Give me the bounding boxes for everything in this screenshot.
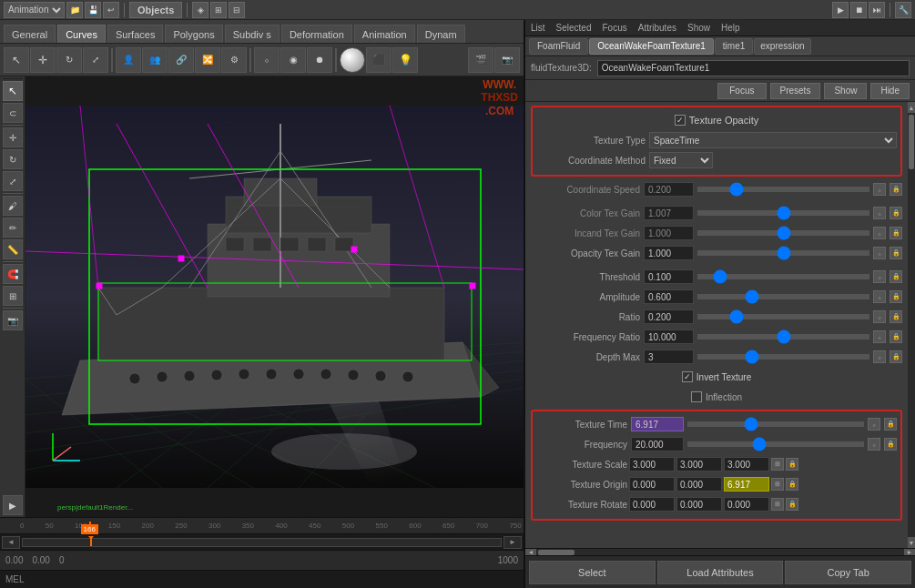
tool-scale[interactable]: ⤢ [83,47,108,73]
frequency-slider[interactable] [687,441,864,447]
scroll-down-arrow[interactable]: ▼ [908,537,915,548]
texture-rotate-x[interactable] [629,497,675,512]
move-tool[interactable]: ✛ [3,127,23,147]
ratio-slider[interactable] [697,314,869,319]
mode-selector[interactable]: Animation [4,2,65,18]
scroll-thumb[interactable] [909,115,914,169]
opacity-tex-gain-icon[interactable]: ⬦ [873,247,886,259]
scroll-up-arrow[interactable]: ▲ [908,102,915,113]
depth-max-slider[interactable] [697,354,869,360]
toolbar-icon-5[interactable]: ⊞ [210,2,227,18]
tab-general[interactable]: General [4,25,56,43]
texture-scale-y[interactable] [676,457,722,471]
texture-scale-x[interactable] [629,457,675,471]
opacity-tex-gain-lock[interactable]: 🔒 [890,247,902,259]
frequency-icon[interactable]: ⬦ [868,438,880,451]
tab-deformation[interactable]: Deformation [281,25,352,43]
paint-tool[interactable]: 🖌 [3,196,23,216]
freq-ratio-lock[interactable]: 🔒 [890,330,902,343]
tool-7[interactable]: ⚙ [221,47,247,73]
texture-origin-y[interactable] [676,477,722,492]
toolbar-icon-10[interactable]: 🔧 [895,2,911,18]
texture-time-icon[interactable]: ⬦ [868,418,880,431]
menu-selected[interactable]: Selected [556,23,592,33]
ratio-icon[interactable]: ⬦ [873,310,886,323]
sphere-icon[interactable] [340,47,365,73]
amplitude-slider[interactable] [697,294,869,299]
tool-anim-3[interactable]: ⏺ [307,47,332,73]
texture-origin-x[interactable] [629,477,675,492]
measure-tool[interactable]: 📏 [3,239,23,259]
coordinate-method-select[interactable]: FixedGridWorld [649,152,713,168]
color-tex-gain-icon[interactable]: ⬦ [873,207,886,219]
coord-speed-slider[interactable] [697,187,869,192]
tab-curves[interactable]: Curves [57,25,106,43]
coord-speed-lock[interactable]: 🔒 [890,183,902,196]
tool-anim-key[interactable]: ⬦ [254,47,280,73]
render-settings[interactable]: 📷 [494,47,520,73]
rp-field-value[interactable] [597,60,910,76]
camera-tool[interactable]: 📷 [3,310,23,330]
copy-tab-button[interactable]: Copy Tab [785,561,911,584]
incand-tex-gain-icon[interactable]: ⬦ [873,227,886,239]
scale-tool[interactable]: ⤢ [3,171,23,191]
texture-origin-lock[interactable]: 🔒 [786,478,798,491]
texture-rotate-y[interactable] [676,497,722,512]
tab-subdivs[interactable]: Subdiv s [225,25,280,43]
tab-polygons[interactable]: Polygons [165,25,222,43]
menu-attributes[interactable]: Attributes [638,23,676,33]
play-button[interactable]: ▶ [3,495,23,515]
tool-anim-2[interactable]: ◉ [280,47,306,73]
tool-move[interactable]: ✛ [30,47,56,73]
texture-origin-icon[interactable]: ⊞ [771,478,784,491]
freq-ratio-icon[interactable]: ⬦ [873,330,886,343]
select-tool[interactable]: ↖ [3,81,23,101]
toolbar-icon-9[interactable]: ⏭ [869,2,885,18]
depth-max-icon[interactable]: ⬦ [873,350,886,363]
render-icon[interactable]: 🎬 [468,47,493,73]
tab-surfaces[interactable]: Surfaces [107,25,163,43]
viewport[interactable]: persp|default1Render... WWW. THXSD .COM [25,76,524,517]
light-icon[interactable]: 💡 [392,47,418,73]
coord-speed-input[interactable] [644,182,694,197]
opacity-tex-gain-slider[interactable] [697,250,869,256]
tab-animation[interactable]: Animation [354,25,415,43]
incand-tex-gain-lock[interactable]: 🔒 [890,227,902,239]
amplitude-input[interactable] [644,289,694,304]
toolbar-icon-7[interactable]: ▶ [832,2,849,18]
toolbar-icon-3[interactable]: ↩ [103,2,119,18]
timeline-bar[interactable]: ◄ 166 ► [0,533,524,550]
rp-tab-foamfluid[interactable]: FoamFluid [529,38,588,55]
ratio-lock[interactable]: 🔒 [890,310,902,323]
color-tex-gain-input[interactable] [644,206,694,220]
texture-scale-z[interactable] [724,457,769,471]
menu-list[interactable]: List [531,23,545,33]
texture-time-input[interactable] [631,417,684,431]
menu-help[interactable]: Help [721,23,740,33]
toolbar-icon-8[interactable]: ⏹ [850,2,867,18]
cube-icon[interactable]: ⬛ [366,47,391,73]
texture-opacity-checkbox[interactable]: ✓ [675,115,686,126]
threshold-icon[interactable]: ⬦ [873,270,886,283]
toolbar-icon-1[interactable]: 📁 [66,2,83,18]
amplitude-icon[interactable]: ⬦ [873,290,886,303]
lasso-tool[interactable]: ⊂ [3,103,23,123]
hide-button[interactable]: Hide [870,83,910,99]
select-button[interactable]: Select [529,561,656,584]
freq-ratio-input[interactable] [644,329,694,344]
tab-dynam[interactable]: Dynam [417,25,465,43]
inflection-checkbox[interactable] [691,391,702,402]
tool-3[interactable]: 👤 [116,47,141,73]
freq-ratio-slider[interactable] [697,334,869,340]
coord-speed-icon[interactable]: ⬦ [873,183,886,196]
tool-rotate[interactable]: ↻ [56,47,82,73]
texture-type-select[interactable]: SpaceTimeSpaceTime [649,132,897,148]
frequency-input[interactable] [631,437,684,451]
texture-time-slider[interactable] [687,421,864,427]
incand-tex-gain-input[interactable] [644,226,694,240]
texture-rotate-icon[interactable]: ⊞ [771,498,784,511]
focus-button[interactable]: Focus [717,83,766,99]
ratio-input[interactable] [644,309,694,324]
invert-texture-checkbox[interactable]: ✓ [682,371,693,382]
toolbar-icon-6[interactable]: ⊟ [229,2,245,18]
